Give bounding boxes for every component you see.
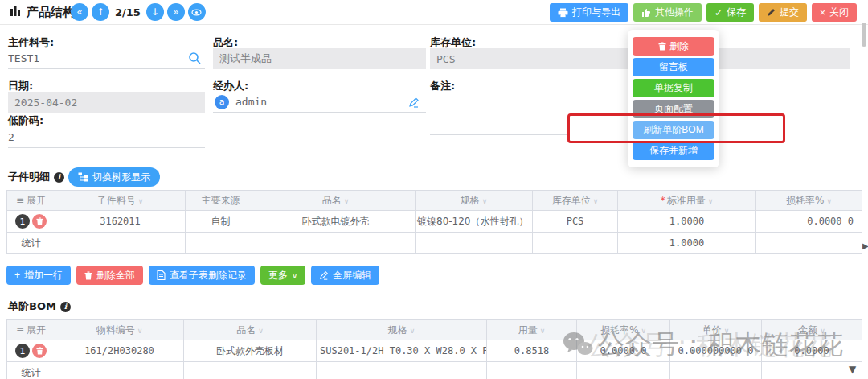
page-title: 产品结构 — [27, 5, 75, 20]
menu-message-board-button[interactable]: 留言板 — [633, 58, 714, 76]
sort-caret-icon: ∨ — [410, 327, 416, 335]
col-amount[interactable]: 金额∨ — [762, 320, 862, 340]
scroll-down-hint-icon[interactable]: ▼ — [849, 364, 856, 375]
record-counter: 2/15 — [115, 6, 141, 19]
main-part-input[interactable]: TEST1 — [8, 48, 205, 69]
sort-caret-icon: ∨ — [724, 327, 730, 335]
remark-field[interactable] — [430, 92, 567, 135]
plus-icon: + — [14, 270, 20, 281]
date-field: 2025-04-02 — [8, 92, 205, 113]
trash-icon — [36, 217, 43, 225]
fullscreen-edit-button[interactable]: 全屏编辑 — [311, 266, 379, 285]
cell-product-name[interactable]: 卧式款电镀外壳 — [256, 211, 416, 233]
other-operations-button[interactable]: 其他操作 — [633, 3, 702, 22]
sort-caret-icon: ∨ — [708, 197, 714, 205]
view-deleted-records-button[interactable]: 查看子表删除记录 — [149, 266, 255, 285]
col-unit-price[interactable]: 单价∨ — [670, 320, 762, 340]
menu-save-and-new-button[interactable]: 保存并新增 — [633, 142, 714, 160]
info-icon: i — [60, 302, 71, 312]
pencil-icon — [319, 270, 329, 280]
col-loss-rate[interactable]: 损耗率%∨ — [756, 191, 862, 211]
menu-delete-button[interactable]: 删除 — [633, 37, 714, 56]
handler-field[interactable]: a admin — [213, 92, 426, 113]
cell-usage[interactable]: 0.8518 — [487, 340, 577, 362]
menu-page-config-button[interactable]: 页面配置 — [633, 100, 714, 118]
chevron-down-icon: ∨ — [292, 271, 297, 280]
col-std-usage[interactable]: *标准用量∨ — [618, 191, 756, 211]
sort-caret-icon: ∨ — [826, 197, 832, 205]
bom-row: 1 161/2H030280 卧式款外壳板材 SUS201-1/2H T0.30… — [7, 340, 862, 362]
col-stock-unit[interactable]: 库存单位∨ — [533, 191, 618, 211]
next-record-button[interactable]: ↓ — [146, 3, 164, 21]
trash-icon — [36, 347, 43, 355]
cell-loss-rate[interactable]: 0.0000 0 — [577, 340, 670, 362]
cell-unit-price[interactable]: 0.000000000 0 — [670, 340, 762, 362]
delete-row-button[interactable] — [32, 214, 47, 229]
col-spec[interactable]: 规格∨ — [416, 191, 533, 211]
close-icon: × — [820, 7, 825, 19]
required-asterisk: * — [661, 195, 665, 206]
col-sub-part-no[interactable]: 子件料号∨ — [55, 191, 186, 211]
row-handle-cell: 1 — [7, 211, 55, 233]
add-row-button[interactable]: + 增加一行 — [6, 266, 71, 285]
prev-record-button[interactable]: ↑ — [92, 3, 109, 21]
vertical-scrollbar-thumb[interactable] — [862, 23, 866, 47]
more-button[interactable]: 更多 ∨ — [260, 266, 305, 285]
cell-spec[interactable]: SUS201-1/2H T0.30 X W28.0 X P13.0 mm — [317, 340, 487, 362]
save-button[interactable]: ✓ 保存 — [706, 3, 754, 22]
print-export-button[interactable]: 打印与导出 — [550, 3, 628, 22]
low-level-code-input[interactable]: 2 — [8, 127, 205, 148]
cell-amount[interactable]: 0.0000 — [762, 340, 862, 362]
submit-button[interactable]: 提交 — [759, 3, 807, 22]
last-record-button[interactable]: » — [167, 3, 185, 21]
col-product-name[interactable]: 品名∨ — [256, 191, 416, 211]
menu-refresh-bom-button[interactable]: 刷新单阶BOM — [633, 121, 714, 139]
stat-label-cell: 统计 — [7, 362, 55, 379]
col-expand[interactable]: ≡展开 — [7, 320, 55, 340]
delete-all-button[interactable]: 删除全部 — [76, 266, 143, 285]
col-product-name[interactable]: 品名∨ — [184, 320, 317, 340]
bom-table: ≡展开 物料编号∨ 品名∨ 规格∨ 用量∨ 损耗率%∨ 单价∨ 金额∨ 1 16… — [6, 319, 862, 379]
col-material-no[interactable]: 物料编号∨ — [55, 320, 184, 340]
cell-product-name[interactable]: 卧式款外壳板材 — [184, 340, 317, 362]
cell-loss-rate[interactable]: 0.0000 0 — [756, 211, 862, 233]
cell-sub-part-no[interactable]: 3162011 — [55, 211, 186, 233]
bom-stat-row: 统计 — [7, 362, 862, 379]
product-structure-page: 产品结构 « ↑ 2/15 ↓ » 打印与导出 其他操作 ✓ 保存 — [0, 0, 868, 379]
sub-detail-section-title: 子件明细 i 切换树形显示 — [8, 167, 160, 187]
cell-spec[interactable]: 镀镍80-120（水性封孔）（带弹片 — [416, 211, 533, 233]
preview-button[interactable] — [188, 3, 206, 21]
row-number-badge: 1 — [15, 344, 30, 358]
sort-caret-icon: ∨ — [482, 197, 488, 205]
sort-caret-icon: ∨ — [258, 327, 264, 335]
trash-icon — [84, 271, 92, 280]
cell-material-no[interactable]: 161/2H030280 — [55, 340, 184, 362]
first-record-button[interactable]: « — [71, 3, 88, 21]
cell-main-source[interactable]: 自制 — [186, 211, 256, 233]
bom-header-row: ≡展开 物料编号∨ 品名∨ 规格∨ 用量∨ 损耗率%∨ 单价∨ 金额∨ — [7, 320, 862, 340]
bom-section-title: 单阶BOM i — [8, 299, 71, 314]
search-icon[interactable] — [188, 51, 202, 68]
product-structure-icon — [10, 5, 22, 20]
edit-pencil-icon[interactable] — [408, 97, 420, 110]
toggle-tree-view-button[interactable]: 切换树形显示 — [68, 167, 160, 187]
eye-icon — [191, 7, 202, 18]
delete-row-button[interactable] — [32, 344, 47, 358]
cell-std-usage[interactable]: 1.0000 — [618, 211, 756, 233]
col-expand[interactable]: ≡展开 — [7, 191, 55, 211]
cell-stock-unit[interactable]: PCS — [533, 211, 618, 233]
menu-copy-doc-button[interactable]: 单据复制 — [633, 79, 714, 97]
sub-detail-header-row: ≡展开 子件料号∨ 主要来源 品名∨ 规格∨ 库存单位∨ *标准用量∨ 损耗率%… — [7, 191, 862, 211]
h-scroll-hint-icon[interactable]: ▶ — [862, 241, 868, 250]
thumb-up-icon — [641, 8, 651, 18]
col-loss-rate[interactable]: 损耗率%∨ — [577, 320, 670, 340]
sub-detail-stat-row: 统计 1.0000 — [7, 233, 862, 254]
sort-caret-icon: ∨ — [344, 197, 350, 205]
close-button[interactable]: × 关闭 — [812, 3, 857, 22]
page-title-wrap: 产品结构 — [10, 5, 75, 20]
col-spec[interactable]: 规格∨ — [317, 320, 487, 340]
col-usage[interactable]: 用量∨ — [487, 320, 577, 340]
product-name-field: 测试半成品 — [213, 48, 426, 69]
row-handle-cell: 1 — [7, 340, 55, 362]
col-main-source[interactable]: 主要来源 — [186, 191, 256, 211]
